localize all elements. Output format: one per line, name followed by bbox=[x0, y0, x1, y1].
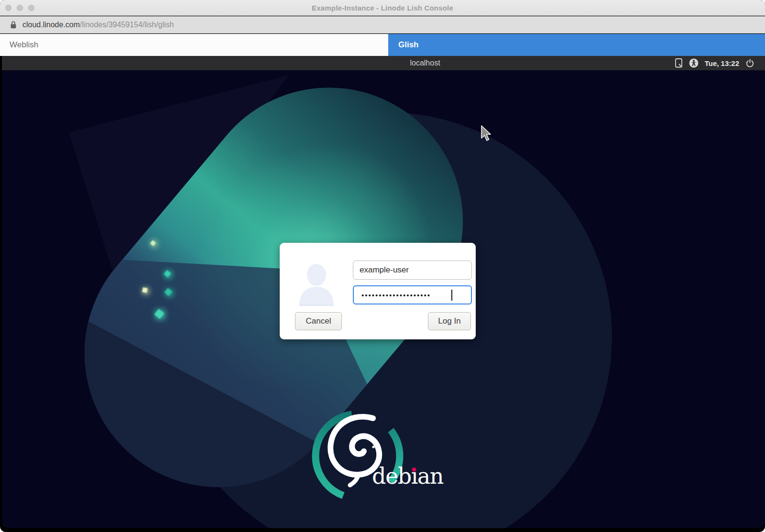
debian-swirl-icon bbox=[311, 404, 445, 516]
console-tabbar: Weblish Glish bbox=[0, 34, 765, 56]
username-field[interactable] bbox=[353, 261, 472, 280]
cancel-button[interactable]: Cancel bbox=[295, 312, 342, 330]
tab-weblish[interactable]: Weblish bbox=[0, 34, 388, 56]
address-text: cloud.linode.com/linodes/39459154/lish/g… bbox=[22, 21, 174, 29]
lock-icon bbox=[10, 21, 17, 29]
log-in-button[interactable]: Log In bbox=[428, 312, 471, 330]
wordmark-an: an bbox=[417, 463, 443, 489]
glish-desktop: Cancel Log In bbox=[2, 70, 765, 528]
tab-glish-label: Glish bbox=[398, 40, 419, 50]
clock-label[interactable]: Tue, 13:22 bbox=[705, 59, 739, 67]
mouse-cursor bbox=[480, 125, 493, 141]
wordmark-i: ı bbox=[411, 465, 417, 487]
wordmark-deb: deb bbox=[372, 463, 411, 489]
power-icon[interactable] bbox=[745, 59, 754, 68]
text-caret bbox=[451, 290, 452, 301]
login-dialog: Cancel Log In bbox=[280, 243, 476, 339]
url-path: /linodes/39459154/lish/glish bbox=[80, 21, 174, 29]
tab-weblish-label: Weblish bbox=[10, 40, 38, 50]
url-bar[interactable]: cloud.linode.com/linodes/39459154/lish/g… bbox=[0, 16, 765, 33]
window-titlebar: Example-Instance - Linode Lish Console bbox=[0, 0, 765, 16]
password-field[interactable] bbox=[353, 285, 472, 304]
debian-wordmark: debıan bbox=[372, 465, 443, 487]
tablet-icon[interactable] bbox=[675, 58, 683, 68]
tab-glish[interactable]: Glish bbox=[388, 34, 765, 56]
user-avatar bbox=[295, 263, 338, 306]
url-host: cloud.linode.com bbox=[22, 21, 80, 29]
window-title: Example-Instance - Linode Lish Console bbox=[0, 0, 765, 16]
debian-i-dot bbox=[412, 467, 416, 472]
debian-logo: debıan bbox=[311, 404, 445, 516]
accessibility-icon[interactable] bbox=[689, 58, 699, 68]
gnome-status-area: Tue, 13:22 bbox=[675, 56, 754, 70]
hostname-label: localhost bbox=[410, 56, 440, 70]
gnome-top-bar: localhost Tue, 13:22 bbox=[2, 56, 765, 70]
browser-window: Example-Instance - Linode Lish Console c… bbox=[0, 0, 765, 532]
